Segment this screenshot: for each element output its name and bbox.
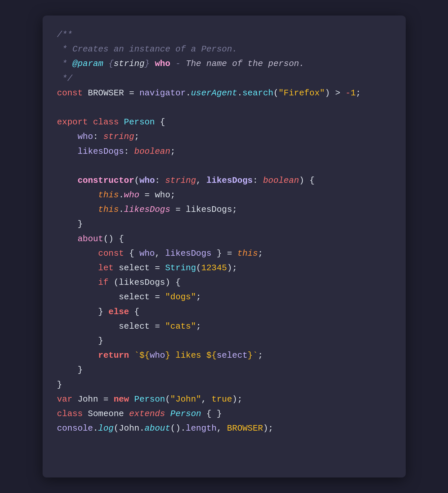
keyword-class: class bbox=[57, 409, 83, 419]
comment-line-4: */ bbox=[57, 74, 73, 83]
comment-line-2: * Creates an instance of a Person. bbox=[57, 44, 237, 54]
comment-line-1: /** bbox=[57, 30, 73, 40]
code-pre: /** * Creates an instance of a Person. *… bbox=[57, 27, 391, 436]
keyword-const: const bbox=[57, 88, 83, 98]
keyword-var: var bbox=[57, 394, 73, 404]
prop-likesdogs: likesDogs bbox=[78, 147, 124, 156]
this-who: this bbox=[98, 190, 119, 200]
keyword-constructor: constructor bbox=[78, 176, 134, 185]
keyword-export: export bbox=[57, 117, 88, 127]
prop-who: who bbox=[78, 132, 93, 142]
comment-line-3: * @param {string} who - The name of the … bbox=[57, 59, 304, 69]
code-block: /** * Creates an instance of a Person. *… bbox=[43, 16, 406, 477]
console-log-line: console bbox=[57, 423, 93, 433]
this-likesdogs: this bbox=[98, 205, 119, 214]
method-about: about bbox=[78, 234, 103, 244]
